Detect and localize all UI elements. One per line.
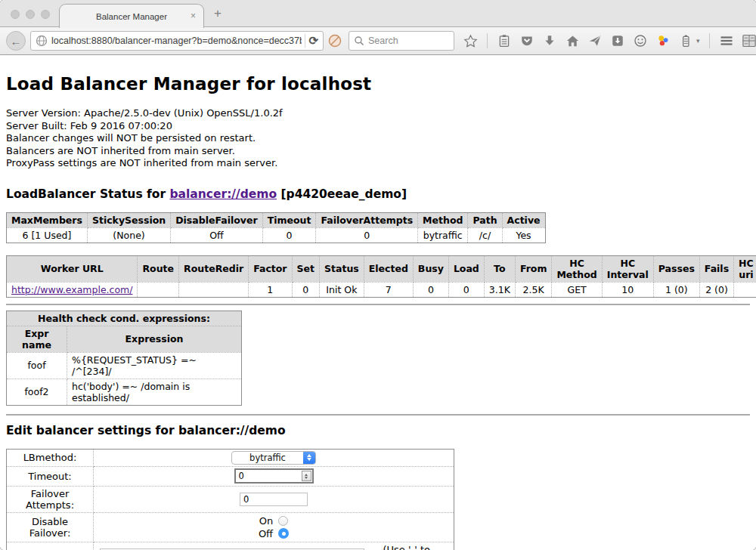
- back-button[interactable]: ←: [6, 31, 26, 51]
- battery-extension-icon[interactable]: [678, 33, 693, 48]
- globe-icon: [36, 35, 48, 47]
- loadbalancer-status-heading: LoadBalancer Status for balancer://demo …: [6, 187, 750, 201]
- tab-close-icon[interactable]: ×: [191, 11, 196, 21]
- table-header-row: MaxMembers StickySession DisableFailover…: [7, 212, 546, 227]
- col-header: HC uri: [734, 255, 756, 282]
- cell: 2 (0): [699, 282, 733, 297]
- search-placeholder: Search: [368, 36, 398, 46]
- failover-on-radio[interactable]: [278, 516, 288, 526]
- table-row: 6 [1 Used] (None) Off 0 0 bytraffic /c/ …: [7, 227, 546, 243]
- section-divider: [6, 414, 750, 416]
- new-tab-button[interactable]: +: [214, 6, 222, 21]
- failover-attempts-label: Failover Attempts:: [7, 486, 94, 512]
- tab-title: Balancer Manager: [96, 12, 167, 21]
- cell: 2.5K: [515, 282, 552, 297]
- form-row-sticky: Sticky Session: (Use '-' to delete): [7, 542, 454, 550]
- radio-on-label: On: [259, 515, 273, 527]
- cell: 0: [292, 282, 319, 297]
- cell: hc('body') =~ /domain is established/: [67, 379, 242, 405]
- content-blocked-icon[interactable]: [328, 34, 342, 48]
- cell: 0: [316, 227, 418, 243]
- col-header: Method: [418, 212, 468, 227]
- send-tab-icon[interactable]: [587, 33, 603, 48]
- page-content: Load Balancer Manager for localhost Serv…: [0, 74, 756, 550]
- reload-icon[interactable]: ⟳: [308, 34, 318, 48]
- menu-hamburger-icon[interactable]: [719, 33, 734, 48]
- number-spinner-icon[interactable]: [302, 471, 311, 481]
- cell: http://www.example.com/: [7, 282, 138, 297]
- failover-attempts-input[interactable]: [240, 493, 308, 506]
- form-row-disable-failover: Disable Failover: On Off: [7, 512, 454, 542]
- form-row-failover: Failover Attempts:: [7, 486, 454, 512]
- url-bar[interactable]: localhost:8880/balancer-manager?b=demo&n…: [30, 31, 324, 51]
- col-header: Route: [138, 255, 179, 282]
- inherit-notice-line: Balancers are NOT inherited from main se…: [6, 145, 750, 158]
- minimize-window-button[interactable]: [26, 10, 35, 19]
- cell: foof2: [7, 379, 67, 405]
- col-header: Timeout: [262, 212, 316, 227]
- bookmark-star-icon[interactable]: [463, 33, 478, 48]
- col-header: Load: [448, 255, 484, 282]
- worker-url-link[interactable]: http://www.example.com/: [11, 284, 132, 295]
- cell: Off: [171, 227, 262, 243]
- tile-tabs-icon[interactable]: [742, 33, 756, 48]
- search-icon: [353, 35, 365, 47]
- col-header: Status: [320, 255, 364, 282]
- cell: /c/: [468, 227, 502, 243]
- cell: 3.1K: [484, 282, 515, 297]
- sticky-session-label: Sticky Session:: [7, 542, 94, 550]
- col-header: FailoverAttempts: [316, 212, 418, 227]
- cell: GET: [552, 282, 602, 297]
- cell: Yes: [502, 227, 545, 243]
- bookmarks-clipboard-icon[interactable]: [497, 33, 512, 48]
- health-check-table: Health check cond. expressions: Expr nam…: [6, 311, 242, 406]
- toolbar-divider: [709, 33, 710, 48]
- col-header: Busy: [413, 255, 448, 282]
- lbmethod-select[interactable]: bytraffic: [231, 451, 316, 465]
- col-header: Factor: [249, 255, 292, 282]
- zoom-window-button[interactable]: [41, 10, 50, 19]
- balancer-demo-link[interactable]: balancer://demo: [169, 187, 277, 201]
- browser-window: Balancer Manager × + ← localhost:8880/ba…: [0, 0, 756, 550]
- col-header: Set: [292, 255, 319, 282]
- colored-dots-extension-icon[interactable]: [655, 33, 671, 48]
- server-version-line: Server Version: Apache/2.5.0-dev (Unix) …: [6, 107, 750, 120]
- col-header: HC Method: [552, 255, 602, 282]
- pocket-icon[interactable]: [519, 33, 534, 48]
- table-row: foof2 hc('body') =~ /domain is establish…: [7, 379, 242, 405]
- form-row-lbmethod: LBmethod: bytraffic: [7, 449, 454, 466]
- cell: 0: [413, 282, 448, 297]
- lbmethod-label: LBmethod:: [7, 449, 94, 466]
- cell: 6 [1 Used]: [7, 227, 88, 243]
- extension-download-icon[interactable]: [610, 33, 625, 48]
- col-header: MaxMembers: [7, 212, 88, 227]
- balancer-settings-form: LBmethod: bytraffic Timeout:: [6, 449, 454, 550]
- cell: %{REQUEST_STATUS} =~ /^[234]/: [67, 352, 242, 379]
- search-field[interactable]: Search: [349, 31, 454, 51]
- table-row: http://www.example.com/ 1 0 Init Ok 7 0 …: [7, 282, 756, 297]
- tab-balancer-manager[interactable]: Balancer Manager ×: [59, 4, 204, 28]
- cell: 7: [364, 282, 413, 297]
- col-header: From: [515, 255, 552, 282]
- url-text[interactable]: localhost:8880/balancer-manager?b=demo&n…: [51, 36, 302, 46]
- table-header-row: Worker URL Route RouteRedir Factor Set S…: [7, 255, 756, 282]
- cell: foof: [7, 352, 67, 379]
- window-controls: [11, 10, 50, 19]
- cell: [734, 282, 756, 297]
- chevron-down-icon[interactable]: ▾: [696, 37, 700, 45]
- feedback-smiley-icon[interactable]: [633, 33, 648, 48]
- table-header-row: Expr name Expression: [7, 326, 242, 352]
- downloads-icon[interactable]: [542, 33, 557, 48]
- col-header: HC Interval: [602, 255, 653, 282]
- proxypass-notice-line: ProxyPass settings are NOT inherited fro…: [6, 157, 750, 170]
- server-info: Server Version: Apache/2.5.0-dev (Unix) …: [6, 107, 750, 170]
- table-header-row: Health check cond. expressions:: [7, 311, 242, 326]
- status-heading-prefix: LoadBalancer Status for: [6, 187, 169, 201]
- balancer-status-table: MaxMembers StickySession DisableFailover…: [6, 212, 546, 243]
- home-icon[interactable]: [565, 33, 580, 48]
- col-header: Expression: [67, 326, 242, 352]
- failover-off-radio[interactable]: [278, 528, 289, 539]
- cell: [179, 282, 249, 297]
- col-header: StickySession: [87, 212, 170, 227]
- close-window-button[interactable]: [11, 10, 20, 19]
